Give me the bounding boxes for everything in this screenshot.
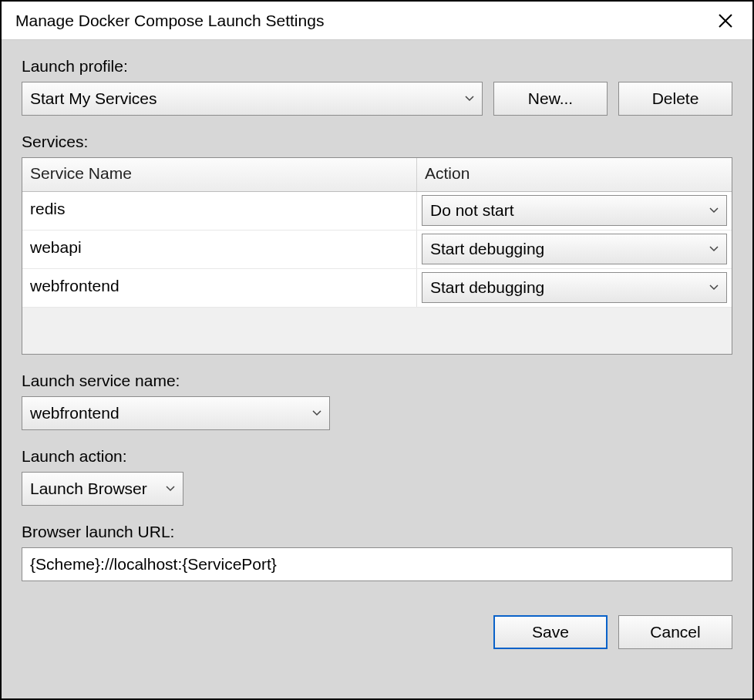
launch-profile-value: Start My Services	[30, 89, 157, 108]
services-label: Services:	[22, 133, 732, 151]
header-service-name[interactable]: Service Name	[22, 158, 417, 191]
services-grid: Service Name Action redis Do not start w…	[22, 157, 732, 355]
service-action-value: Start debugging	[430, 240, 544, 258]
new-profile-button[interactable]: New...	[493, 82, 608, 116]
header-action[interactable]: Action	[417, 158, 732, 191]
save-button[interactable]: Save	[493, 615, 608, 649]
grid-header: Service Name Action	[22, 158, 732, 192]
launch-profile-combo[interactable]: Start My Services	[22, 82, 483, 116]
service-action-combo[interactable]: Start debugging	[422, 272, 727, 303]
launch-action-combo[interactable]: Launch Browser	[22, 472, 183, 506]
cancel-button-label: Cancel	[650, 623, 700, 641]
delete-profile-button[interactable]: Delete	[618, 82, 732, 116]
chevron-down-icon	[709, 284, 719, 291]
close-icon	[718, 13, 733, 29]
launch-service-name-value: webfrontend	[30, 404, 119, 422]
chevron-down-icon	[465, 96, 474, 102]
service-action-value: Start debugging	[430, 278, 544, 297]
dialog-content: Launch profile: Start My Services New...…	[2, 40, 752, 698]
service-action-combo[interactable]: Start debugging	[422, 234, 727, 264]
chevron-down-icon	[312, 410, 321, 416]
new-profile-label: New...	[528, 89, 573, 108]
title-bar: Manage Docker Compose Launch Settings	[2, 2, 752, 40]
window-title: Manage Docker Compose Launch Settings	[15, 12, 324, 30]
launch-service-name-label: Launch service name:	[22, 372, 732, 390]
table-row: redis Do not start	[22, 192, 732, 231]
service-name-cell: webapi	[22, 231, 417, 268]
service-action-combo[interactable]: Do not start	[422, 195, 727, 226]
launch-action-label: Launch action:	[22, 447, 732, 466]
service-action-value: Do not start	[430, 201, 514, 220]
table-row: webfrontend Start debugging	[22, 269, 732, 308]
launch-profile-label: Launch profile:	[22, 57, 732, 76]
launch-service-name-combo[interactable]: webfrontend	[22, 396, 330, 430]
delete-profile-label: Delete	[652, 89, 699, 108]
save-button-label: Save	[532, 623, 569, 641]
service-name-cell: webfrontend	[22, 269, 417, 307]
launch-action-value: Launch Browser	[30, 480, 147, 498]
close-button[interactable]	[708, 13, 743, 29]
cancel-button[interactable]: Cancel	[618, 615, 732, 649]
table-row: webapi Start debugging	[22, 231, 732, 269]
browser-launch-url-label: Browser launch URL:	[22, 523, 732, 541]
chevron-down-icon	[709, 246, 719, 252]
service-name-cell: redis	[22, 192, 417, 230]
browser-launch-url-input[interactable]	[22, 547, 732, 581]
chevron-down-icon	[166, 486, 175, 492]
chevron-down-icon	[709, 207, 719, 214]
